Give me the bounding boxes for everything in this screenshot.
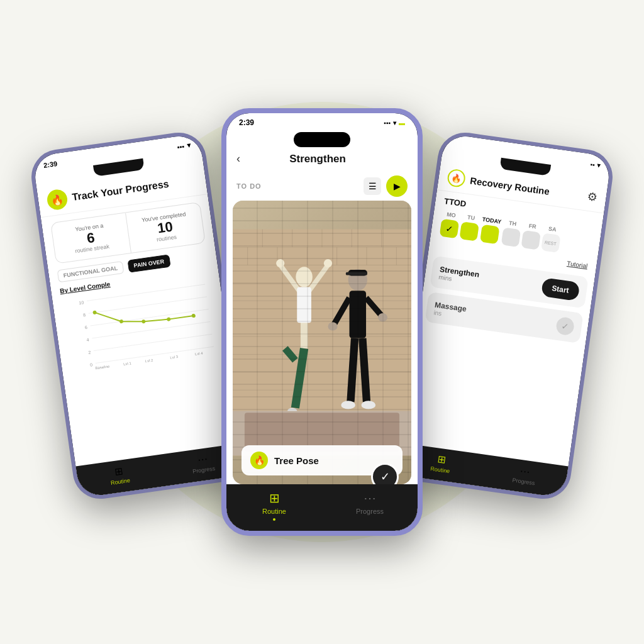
day-mo: MO ✓ bbox=[440, 211, 460, 238]
flame-badge-left: 🔥 bbox=[46, 188, 69, 211]
svg-point-48 bbox=[324, 259, 332, 267]
left-time: 2:39 bbox=[43, 160, 58, 170]
svg-line-45 bbox=[280, 265, 304, 297]
svg-line-3 bbox=[92, 322, 210, 338]
tutorial-link[interactable]: Tutorial bbox=[567, 260, 588, 269]
right-spacer bbox=[401, 323, 585, 466]
svg-line-4 bbox=[94, 334, 212, 350]
yoga-image-area: 🔥 Tree Pose ✓ bbox=[233, 201, 411, 484]
svg-text:Baseline: Baseline bbox=[95, 365, 110, 370]
svg-line-58 bbox=[366, 298, 382, 316]
routine-icon-right: ⊞ bbox=[436, 453, 447, 467]
progress-chart: 10 8 6 4 2 0 Baseline Lvl 1 Lvl 2 Lvl 3 … bbox=[61, 277, 221, 373]
progress-label-center: Progress bbox=[356, 508, 384, 515]
day-sa-bar: REST bbox=[541, 233, 561, 253]
center-header: ‹ Strengthen bbox=[226, 150, 418, 170]
pose-flame-icon: 🔥 bbox=[250, 452, 268, 469]
svg-text:Lvl 1: Lvl 1 bbox=[123, 362, 132, 367]
day-fr-bar bbox=[521, 230, 541, 250]
dynamic-island bbox=[294, 132, 350, 147]
svg-text:0: 0 bbox=[90, 362, 93, 367]
progress-icon-right: ⋯ bbox=[519, 465, 531, 478]
svg-text:Lvl 3: Lvl 3 bbox=[170, 355, 179, 360]
left-status-icons: ▪▪▪ ▾ bbox=[177, 141, 191, 151]
svg-text:6: 6 bbox=[84, 325, 87, 330]
svg-text:4: 4 bbox=[86, 338, 89, 342]
routine-icon-center: ⊞ bbox=[269, 491, 280, 506]
wifi-icon: ▾ bbox=[186, 141, 191, 150]
svg-text:2: 2 bbox=[88, 350, 91, 355]
day-th-bar bbox=[501, 227, 521, 247]
start-button[interactable]: Start bbox=[541, 277, 580, 301]
right-status-icons: ▪▪ ▾ bbox=[590, 160, 601, 169]
svg-point-60 bbox=[378, 313, 387, 321]
phone-center-screen: 2:39 ▪▪▪ ▾ ▬ ‹ Strengthen TO DO ☰ bbox=[226, 113, 418, 531]
routine-label-left: Routine bbox=[110, 477, 130, 486]
day-sa: SA REST bbox=[541, 225, 562, 252]
day-mo-bar: ✓ bbox=[440, 219, 460, 239]
right-wifi-icon: ▾ bbox=[597, 162, 601, 169]
day-tu-label: TU bbox=[467, 214, 475, 221]
svg-rect-55 bbox=[346, 272, 367, 275]
yoga-background bbox=[233, 201, 411, 484]
day-th-label: TH bbox=[508, 220, 516, 228]
svg-rect-56 bbox=[350, 291, 367, 338]
settings-gear-icon[interactable]: ⚙ bbox=[586, 190, 598, 205]
phone-right-screen: 2:39 ▪▪ ▾ 🔥 Recovery Routine ⚙ TTOD bbox=[397, 133, 612, 498]
svg-text:8: 8 bbox=[83, 313, 86, 317]
day-mo-label: MO bbox=[447, 211, 457, 219]
day-today-bar bbox=[480, 225, 500, 245]
svg-line-50 bbox=[295, 348, 304, 408]
day-sa-label: SA bbox=[548, 225, 557, 233]
center-status-bar: 2:39 ▪▪▪ ▾ ▬ bbox=[226, 113, 418, 128]
progress-icon-left: ⋯ bbox=[197, 453, 208, 466]
svg-point-21 bbox=[191, 314, 196, 318]
svg-line-1 bbox=[89, 297, 207, 313]
progress-icon-center: ⋯ bbox=[364, 491, 376, 506]
routine-label-center: Routine bbox=[262, 508, 286, 515]
center-bottom-nav: ⊞ Routine ⋯ Progress bbox=[226, 484, 418, 531]
svg-point-59 bbox=[328, 322, 337, 330]
svg-line-57 bbox=[334, 298, 350, 325]
svg-rect-22 bbox=[233, 230, 411, 456]
list-view-button[interactable]: ☰ bbox=[364, 177, 381, 195]
svg-text:10: 10 bbox=[79, 300, 84, 305]
svg-text:Lvl 4: Lvl 4 bbox=[195, 352, 204, 357]
svg-point-64 bbox=[361, 401, 375, 409]
phone-right: 2:39 ▪▪ ▾ 🔥 Recovery Routine ⚙ TTOD bbox=[392, 129, 616, 502]
phone-left-screen: 2:39 ▪▪▪ ▾ 🔥 Track Your Progress You're … bbox=[32, 133, 247, 498]
nav-progress-center[interactable]: ⋯ Progress bbox=[322, 491, 418, 521]
day-fr: FR bbox=[521, 222, 541, 250]
day-th: TH bbox=[501, 219, 521, 247]
day-today-label: TODAY bbox=[482, 216, 502, 225]
nav-routine-center[interactable]: ⊞ Routine bbox=[226, 491, 322, 521]
svg-line-46 bbox=[304, 265, 328, 297]
svg-point-52 bbox=[287, 408, 297, 414]
todo-label: TO DO bbox=[236, 182, 262, 190]
recovery-routine-title: Recovery Routine bbox=[469, 175, 550, 197]
massage-done-check: ✓ bbox=[555, 316, 575, 336]
center-signal-icon: ▪▪▪ bbox=[384, 119, 391, 126]
nav-progress-right[interactable]: ⋯ Progress bbox=[482, 460, 568, 491]
phone-center: 2:39 ▪▪▪ ▾ ▬ ‹ Strengthen TO DO ☰ bbox=[221, 108, 423, 536]
svg-rect-54 bbox=[348, 270, 367, 275]
routine-label-right: Routine bbox=[430, 465, 450, 474]
center-battery-icon: ▬ bbox=[399, 119, 405, 126]
play-button[interactable]: ▶ bbox=[386, 175, 408, 197]
tab-pain-over[interactable]: PAIN OVER bbox=[127, 255, 170, 273]
progress-label-right: Progress bbox=[512, 477, 535, 486]
todo-section: TO DO ☰ ▶ bbox=[226, 170, 418, 201]
streak-stat: You're on a 6 routine streak bbox=[51, 213, 131, 264]
phones-container: 2:39 ▪▪▪ ▾ 🔥 Track Your Progress You're … bbox=[39, 39, 605, 605]
yoga-figures-svg bbox=[233, 201, 411, 484]
signal-icon: ▪▪▪ bbox=[177, 142, 185, 151]
routine-nav-indicator bbox=[273, 518, 275, 521]
day-tu-bar bbox=[459, 221, 479, 242]
phone-left: 2:39 ▪▪▪ ▾ 🔥 Track Your Progress You're … bbox=[28, 129, 251, 502]
svg-point-20 bbox=[167, 317, 171, 321]
progress-chart-area: By Level Comple 10 8 6 4 2 0 bbox=[51, 265, 243, 466]
progress-label-left: Progress bbox=[192, 465, 216, 475]
svg-rect-49 bbox=[297, 287, 311, 323]
day-tu: TU bbox=[459, 213, 480, 241]
svg-point-53 bbox=[348, 269, 367, 291]
